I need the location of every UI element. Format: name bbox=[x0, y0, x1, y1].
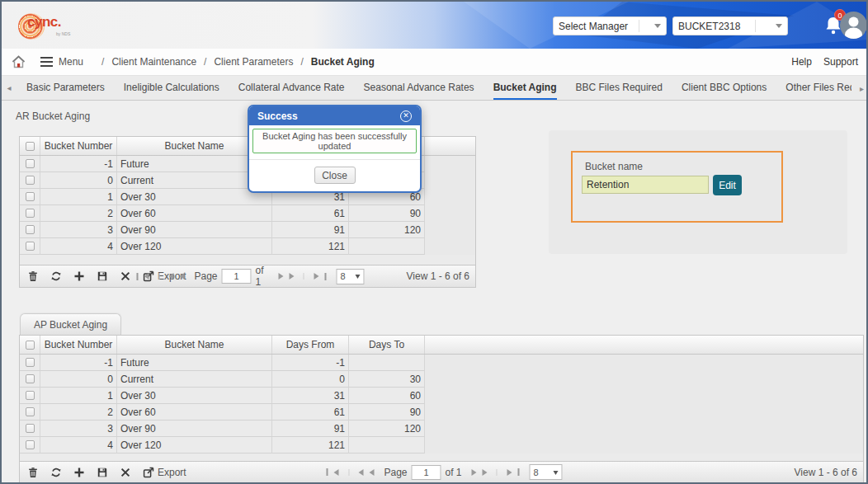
add-icon[interactable] bbox=[73, 467, 85, 478]
pager-next-icon[interactable] bbox=[466, 469, 498, 476]
column-header[interactable]: Days To bbox=[349, 336, 425, 354]
menu-button[interactable]: Menu bbox=[40, 56, 83, 68]
row-checkbox[interactable] bbox=[26, 374, 35, 383]
column-header[interactable]: Bucket Number bbox=[40, 336, 117, 354]
days-from-cell: 91 bbox=[272, 421, 349, 437]
pager-first-icon[interactable] bbox=[130, 273, 154, 280]
table-row[interactable]: 2Over 606190 bbox=[20, 404, 863, 421]
export-icon bbox=[143, 467, 154, 478]
avatar[interactable] bbox=[840, 12, 866, 39]
breadcrumb-item[interactable]: Bucket Aging bbox=[311, 56, 375, 68]
tab-client-bbc-options[interactable]: Client BBC Options bbox=[682, 76, 767, 100]
days-from-cell: 121 bbox=[272, 437, 349, 453]
tabs-scroll-right-icon[interactable]: ▸ bbox=[860, 84, 864, 93]
table-row[interactable]: 0Current030 bbox=[20, 371, 863, 388]
table-row[interactable]: 2Over 606190 bbox=[20, 205, 475, 222]
bucket-number-cell: 4 bbox=[40, 238, 117, 255]
refresh-icon[interactable] bbox=[50, 467, 62, 478]
table-row[interactable]: -1Future-1 bbox=[20, 355, 863, 371]
tab-basic-parameters[interactable]: Basic Parameters bbox=[26, 76, 105, 100]
home-icon[interactable] bbox=[12, 55, 26, 68]
tab-other-files-required[interactable]: Other Files Required bbox=[785, 76, 851, 100]
support-link[interactable]: Support bbox=[823, 56, 858, 68]
logo-subtext: by NDS bbox=[56, 31, 70, 36]
export-button[interactable]: Export bbox=[143, 467, 186, 478]
tab-collateral-advance-rate[interactable]: Collateral Advance Rate bbox=[238, 76, 345, 100]
days-from-cell: 91 bbox=[272, 222, 349, 238]
breadcrumb-item[interactable]: Client Maintenance bbox=[111, 56, 196, 68]
select-all-checkbox[interactable] bbox=[26, 142, 35, 151]
row-checkbox[interactable] bbox=[26, 242, 35, 251]
modal-divider bbox=[249, 159, 420, 160]
table-row[interactable]: 4Over 120121 bbox=[20, 238, 475, 255]
save-icon[interactable] bbox=[97, 467, 108, 478]
view-status: View 1 - 6 of 6 bbox=[407, 270, 470, 282]
pager-last-icon[interactable] bbox=[502, 468, 526, 476]
ap-section-tab[interactable]: AP Bucket Aging bbox=[20, 313, 121, 335]
breadcrumb: /Client Maintenance/Client Parameters/Bu… bbox=[101, 56, 375, 68]
tab-bucket-aging[interactable]: Bucket Aging bbox=[493, 76, 557, 100]
bucket-name-input[interactable] bbox=[582, 176, 709, 194]
page-input[interactable] bbox=[222, 269, 252, 284]
page-size-select[interactable]: 8 bbox=[337, 269, 365, 284]
select-manager-dropdown[interactable]: Select Manager bbox=[553, 16, 667, 35]
column-header[interactable]: Bucket Number bbox=[40, 137, 117, 155]
client-dropdown[interactable]: BUCKET2318 bbox=[672, 16, 788, 35]
save-icon[interactable] bbox=[97, 270, 108, 282]
breadcrumb-bar: Menu /Client Maintenance/Client Paramete… bbox=[2, 49, 866, 76]
row-checkbox-cell bbox=[20, 222, 40, 238]
row-checkbox[interactable] bbox=[26, 209, 35, 218]
bucket-number-cell: -1 bbox=[40, 355, 117, 371]
breadcrumb-item[interactable]: Client Parameters bbox=[214, 56, 293, 68]
row-checkbox[interactable] bbox=[26, 440, 35, 449]
bucket-number-cell: 0 bbox=[40, 172, 117, 189]
add-icon[interactable] bbox=[73, 270, 85, 282]
chevron-down-icon bbox=[356, 275, 361, 281]
modal-close-button[interactable]: Close bbox=[314, 167, 356, 184]
row-checkbox[interactable] bbox=[26, 391, 35, 400]
table-row[interactable]: 1Over 303160 bbox=[20, 388, 863, 404]
tab-bbc-files-required[interactable]: BBC Files Required bbox=[576, 76, 663, 100]
row-checkbox[interactable] bbox=[26, 407, 35, 416]
pager-prev-icon[interactable] bbox=[158, 273, 190, 280]
row-checkbox[interactable] bbox=[26, 424, 35, 433]
bucket-name-cell: Over 90 bbox=[117, 421, 272, 437]
days-from-cell: 31 bbox=[272, 388, 349, 404]
delete-icon[interactable] bbox=[27, 467, 39, 478]
pager-prev-icon[interactable] bbox=[348, 469, 380, 476]
pager: Page of 1 8 bbox=[320, 464, 562, 480]
row-checkbox[interactable] bbox=[26, 176, 35, 185]
pager-last-icon[interactable] bbox=[309, 273, 333, 280]
table-row[interactable]: 3Over 9091120 bbox=[20, 421, 863, 437]
table-row[interactable]: 3Over 9091120 bbox=[20, 222, 475, 238]
page-input[interactable] bbox=[412, 465, 441, 480]
column-header[interactable]: Days From bbox=[272, 336, 349, 354]
chevron-down-icon bbox=[776, 24, 782, 31]
refresh-icon[interactable] bbox=[50, 270, 62, 282]
pager-next-icon[interactable] bbox=[273, 273, 304, 280]
column-header[interactable]: Bucket Name bbox=[117, 336, 272, 354]
edit-button[interactable]: Edit bbox=[713, 175, 742, 195]
cancel-icon[interactable] bbox=[120, 270, 131, 282]
select-all-checkbox[interactable] bbox=[26, 341, 35, 350]
close-icon[interactable]: ✕ bbox=[400, 110, 412, 122]
bucket-number-cell: 1 bbox=[40, 189, 117, 205]
help-link[interactable]: Help bbox=[791, 56, 812, 68]
tabs-scroll-left-icon[interactable]: ◂ bbox=[2, 83, 17, 92]
pager-first-icon[interactable] bbox=[320, 468, 344, 476]
row-checkbox[interactable] bbox=[26, 159, 35, 168]
tab-seasonal-advance-rates[interactable]: Seasonal Advance Rates bbox=[364, 76, 474, 100]
tab-ineligible-calculations[interactable]: Ineligible Calculations bbox=[124, 76, 219, 100]
table-row[interactable]: 4Over 120121 bbox=[20, 437, 863, 453]
modal-title-bar: Success ✕ bbox=[249, 106, 420, 125]
row-checkbox[interactable] bbox=[26, 192, 35, 201]
row-checkbox[interactable] bbox=[26, 358, 35, 367]
tabs: Basic ParametersIneligible CalculationsC… bbox=[26, 76, 851, 100]
page-size-select[interactable]: 8 bbox=[530, 464, 563, 480]
row-checkbox[interactable] bbox=[26, 225, 35, 234]
ar-section-title: AR Bucket Aging bbox=[16, 110, 90, 122]
delete-icon[interactable] bbox=[27, 270, 39, 282]
cancel-icon[interactable] bbox=[120, 467, 131, 478]
row-checkbox-cell bbox=[20, 172, 40, 189]
row-checkbox-cell bbox=[20, 238, 40, 255]
